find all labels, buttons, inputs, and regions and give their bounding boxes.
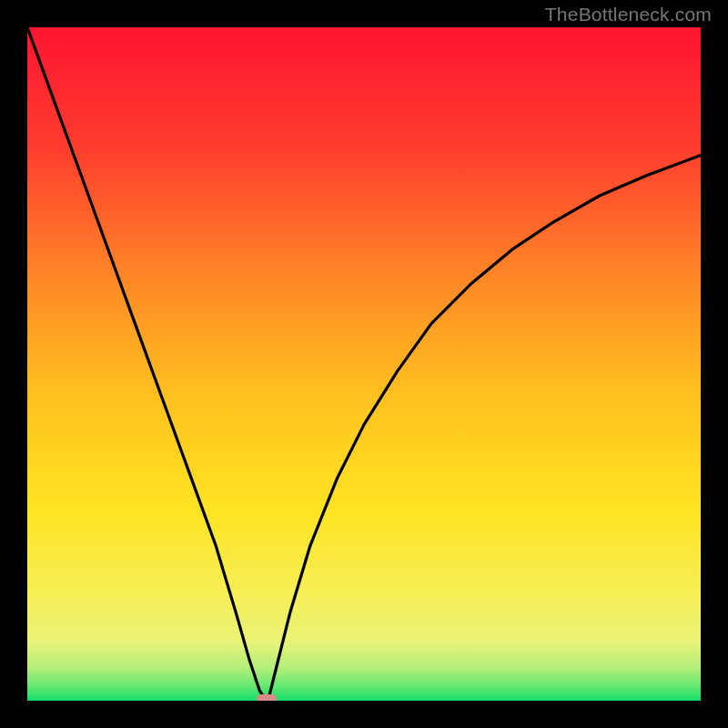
plot-area (27, 27, 701, 701)
bottleneck-curve (27, 27, 701, 701)
watermark-text: TheBottleneck.com (545, 4, 712, 25)
chart-frame: TheBottleneck.com (0, 0, 728, 728)
optimal-point-marker (257, 694, 277, 701)
